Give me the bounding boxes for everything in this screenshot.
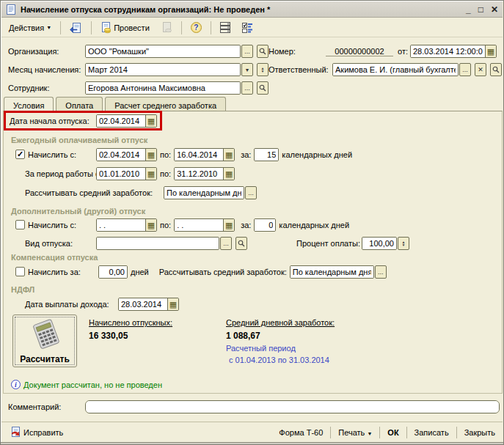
calendar-icon[interactable]: ▦	[145, 115, 156, 127]
actions-menu-button[interactable]: Действия ▼	[4, 21, 56, 34]
annual-period-from-field[interactable]: ▦	[96, 167, 157, 180]
annual-days-field[interactable]	[254, 148, 279, 161]
pay-date-field[interactable]: ▦	[118, 298, 179, 311]
tab-payment[interactable]: Оплата	[56, 97, 103, 111]
fix-button[interactable]: Исправить	[6, 424, 67, 440]
additional-to-input[interactable]	[175, 219, 223, 231]
org-select-button[interactable]: ...	[241, 45, 253, 58]
calendar-icon[interactable]: ▦	[145, 149, 156, 161]
responsible-open-button[interactable]	[490, 63, 502, 76]
calendar-icon[interactable]: ▦	[485, 45, 496, 57]
annual-avg-input[interactable]	[164, 187, 244, 199]
settings-items-button[interactable]	[238, 21, 258, 35]
additional-days-input[interactable]	[255, 219, 275, 231]
compensation-avg-input[interactable]	[291, 266, 373, 278]
calendar-icon[interactable]: ▦	[223, 149, 234, 161]
additional-days-suffix: календарных дней	[279, 221, 349, 229]
additional-accrue-checkbox[interactable]	[15, 220, 25, 229]
month-field[interactable]	[85, 63, 241, 76]
print-button[interactable]: Печать ▼	[335, 427, 375, 438]
annual-avg-field[interactable]	[164, 186, 244, 199]
compensation-days-field[interactable]	[98, 265, 128, 279]
vacation-type-select-button[interactable]: ...	[220, 237, 232, 250]
calendar-icon[interactable]: ▦	[223, 168, 234, 180]
vacation-type-open-button[interactable]	[235, 237, 247, 250]
minimize-button[interactable]: _	[466, 4, 471, 15]
responsible-input[interactable]	[333, 64, 458, 76]
responsible-field[interactable]	[332, 63, 459, 76]
additional-to-field[interactable]: ▦	[174, 218, 235, 232]
annual-period-from-input[interactable]	[97, 168, 145, 180]
post-and-close-button[interactable]	[65, 20, 87, 36]
start-date-field[interactable]: ▦	[96, 114, 157, 128]
footer-separator	[456, 427, 457, 438]
calc-period-range[interactable]: с 01.04.2013 по 31.03.2014	[229, 356, 329, 364]
employee-open-button[interactable]	[257, 81, 269, 95]
month-input[interactable]	[86, 64, 240, 76]
close-form-button[interactable]: Закрыть	[461, 427, 498, 438]
doc-date-input[interactable]	[411, 45, 485, 57]
percent-field[interactable]	[362, 237, 397, 250]
percent-spinner[interactable]: ▲▼	[398, 237, 409, 250]
employee-select-button[interactable]: ...	[241, 81, 253, 95]
org-field[interactable]	[85, 45, 241, 58]
org-open-button[interactable]	[257, 45, 269, 58]
tab-average-earnings[interactable]: Расчет среднего заработка	[105, 97, 226, 111]
ok-button[interactable]: ОК	[384, 427, 401, 438]
annual-from-input[interactable]	[97, 149, 145, 161]
percent-input[interactable]	[362, 238, 396, 249]
calendar-icon[interactable]: ▦	[145, 219, 156, 231]
vacation-type-input[interactable]	[97, 238, 219, 249]
responsible-select-button[interactable]: ...	[459, 63, 471, 76]
post-button[interactable]: Провести	[96, 20, 154, 36]
employee-input[interactable]	[86, 82, 240, 94]
comment-field[interactable]	[85, 400, 500, 413]
pay-date-input[interactable]	[119, 298, 167, 310]
spinner-icon: ▲▼	[261, 67, 265, 73]
tab-conditions[interactable]: Условия	[4, 97, 54, 112]
annual-to-input[interactable]	[175, 149, 223, 161]
annual-period-to-field[interactable]: ▦	[174, 167, 235, 180]
close-button[interactable]: ✕	[491, 4, 498, 15]
employee-field[interactable]	[85, 81, 241, 95]
annual-to-field[interactable]: ▦	[174, 148, 235, 161]
vacation-type-field[interactable]	[96, 237, 219, 250]
month-spinner[interactable]: ▲▼	[257, 63, 269, 76]
annual-days-input[interactable]	[255, 149, 278, 161]
responsible-clear-button[interactable]: ✕	[475, 63, 486, 76]
compensation-avg-field[interactable]	[290, 265, 374, 279]
additional-from-field[interactable]: ▦	[96, 218, 157, 232]
compensation-accrue-label: Начислить за:	[28, 268, 81, 276]
list-view-button[interactable]	[216, 20, 235, 35]
doc-date-field[interactable]: ▦	[410, 45, 497, 58]
help-button[interactable]: ?	[186, 20, 206, 35]
additional-accrue-label: Начислить с:	[28, 221, 76, 229]
calendar-icon[interactable]: ▦	[223, 219, 234, 231]
calculate-button[interactable]: Рассчитать	[12, 315, 77, 367]
annual-from-field[interactable]: ▦	[96, 148, 157, 161]
annual-for-label: за:	[241, 150, 251, 159]
annual-accrue-checkbox[interactable]: ✓	[15, 150, 25, 159]
compensation-group-title: Компенсация отпуска	[11, 253, 98, 262]
toolbar-separator	[60, 21, 61, 34]
magnifier-icon	[492, 66, 500, 73]
compensation-accrue-checkbox[interactable]	[15, 267, 25, 276]
annual-period-to-input[interactable]	[175, 168, 223, 180]
compensation-days-input[interactable]	[99, 266, 127, 278]
form-t60-button[interactable]: Форма Т-60	[276, 427, 326, 438]
save-button[interactable]: Записать	[412, 427, 452, 438]
additional-days-field[interactable]	[254, 218, 276, 232]
clear-x-icon: ✕	[478, 66, 483, 73]
calc-period-link[interactable]: Расчетный период	[226, 344, 296, 353]
month-dropdown-button[interactable]: ▼	[241, 63, 253, 76]
comment-input[interactable]	[86, 401, 499, 413]
calendar-icon[interactable]: ▦	[167, 298, 178, 310]
org-input[interactable]	[86, 45, 240, 57]
annual-avg-select-button[interactable]: ...	[245, 186, 257, 199]
annual-period-label: За период работы с:	[25, 169, 101, 178]
start-date-input[interactable]	[97, 115, 145, 127]
calendar-icon[interactable]: ▦	[145, 168, 156, 180]
compensation-avg-select-button[interactable]: ...	[375, 265, 387, 279]
maximize-button[interactable]: □	[478, 4, 483, 15]
additional-from-input[interactable]	[97, 219, 145, 231]
